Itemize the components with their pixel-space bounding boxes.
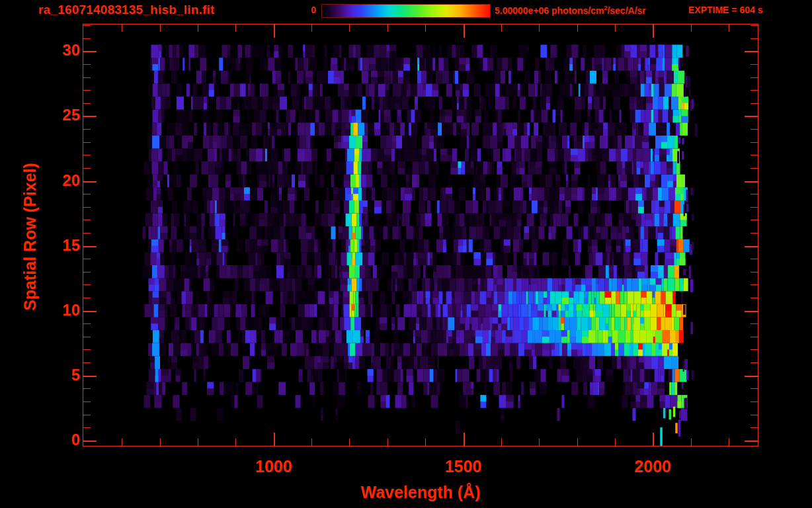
axis-tick bbox=[691, 24, 692, 32]
axis-tick bbox=[83, 298, 91, 298]
axis-tick bbox=[751, 142, 758, 143]
colorbar-max-label: 5.00000e+06 photons/cm2/sec/A/sr bbox=[495, 5, 646, 16]
axis-tick bbox=[751, 194, 758, 194]
colorbar-gradient bbox=[321, 4, 491, 18]
axis-tick bbox=[751, 427, 758, 428]
axis-tick bbox=[729, 24, 729, 32]
axis-tick bbox=[745, 246, 758, 247]
y-tick-label: 0 bbox=[71, 430, 80, 450]
axis-tick bbox=[83, 311, 97, 312]
axis-tick bbox=[235, 24, 236, 32]
axis-tick bbox=[751, 284, 758, 285]
y-tick-label: 15 bbox=[62, 235, 80, 255]
y-axis-title: Spatial Row (Pixel) bbox=[20, 163, 40, 311]
axis-tick bbox=[745, 51, 758, 52]
axis-tick bbox=[501, 24, 502, 32]
axis-tick bbox=[751, 415, 758, 415]
x-axis-title: Wavelength (Å) bbox=[360, 483, 480, 502]
axis-tick bbox=[274, 24, 275, 38]
axis-tick bbox=[83, 337, 91, 337]
axis-tick bbox=[83, 246, 97, 247]
axis-tick bbox=[751, 90, 758, 91]
colorbar-max-value: 5.00000e+06 photons/cm bbox=[495, 5, 604, 16]
axis-tick bbox=[751, 349, 758, 350]
axis-tick bbox=[653, 24, 654, 38]
axis-tick bbox=[198, 24, 198, 32]
axis-tick bbox=[349, 439, 350, 446]
axis-tick bbox=[577, 24, 578, 32]
axis-tick bbox=[653, 433, 654, 446]
axis-tick bbox=[464, 24, 465, 38]
y-tick-label: 5 bbox=[71, 365, 80, 385]
axis-tick bbox=[425, 439, 426, 446]
axis-tick bbox=[751, 272, 758, 273]
axis-tick bbox=[729, 439, 729, 446]
x-tick-label: 1000 bbox=[255, 457, 292, 476]
axis-tick bbox=[751, 207, 758, 208]
axis-tick bbox=[691, 439, 692, 446]
axis-tick bbox=[745, 311, 758, 312]
axis-tick bbox=[751, 259, 758, 259]
axis-tick bbox=[83, 155, 91, 155]
axis-tick bbox=[751, 220, 758, 220]
axis-tick bbox=[83, 272, 91, 273]
axis-tick bbox=[751, 155, 758, 155]
axis-tick bbox=[425, 24, 426, 32]
axis-tick bbox=[83, 388, 91, 389]
axis-tick bbox=[83, 38, 91, 39]
axis-tick bbox=[745, 116, 758, 117]
y-tick-label: 10 bbox=[62, 300, 80, 320]
axis-tick bbox=[83, 362, 91, 363]
x-tick-label: 2000 bbox=[634, 457, 671, 476]
axis-tick bbox=[751, 337, 758, 337]
y-tick-label: 20 bbox=[62, 171, 80, 190]
axis-tick bbox=[311, 439, 312, 446]
axis-tick bbox=[83, 402, 91, 402]
axis-tick bbox=[751, 402, 758, 402]
axis-tick bbox=[577, 439, 578, 446]
axis-tick bbox=[274, 433, 275, 446]
axis-tick bbox=[83, 90, 91, 91]
axis-tick bbox=[83, 77, 91, 78]
axis-tick bbox=[83, 168, 91, 169]
colorbar-unit-suffix: /sec/A/sr bbox=[607, 5, 645, 16]
axis-tick bbox=[83, 64, 91, 65]
axis-tick bbox=[751, 323, 758, 324]
axis-tick bbox=[615, 439, 616, 446]
y-tick-label: 30 bbox=[62, 40, 80, 60]
axis-tick bbox=[160, 439, 161, 446]
axis-tick bbox=[83, 284, 91, 285]
axis-tick bbox=[745, 376, 758, 377]
axis-tick bbox=[83, 25, 91, 26]
axis-tick bbox=[501, 439, 502, 446]
plot-box bbox=[83, 24, 758, 446]
axis-tick bbox=[745, 181, 758, 183]
axis-tick bbox=[751, 129, 758, 130]
axis-tick bbox=[83, 427, 91, 428]
axis-tick bbox=[751, 25, 758, 26]
axis-tick bbox=[745, 441, 758, 442]
axis-tick bbox=[122, 439, 122, 446]
axis-tick bbox=[83, 220, 91, 220]
axis-tick bbox=[83, 376, 97, 377]
axis-tick bbox=[751, 362, 758, 363]
axis-tick bbox=[751, 168, 758, 169]
colorbar-min-label: 0 bbox=[288, 5, 316, 15]
spectral-image-viewer: ra_160714083135_hisb_lin.fit 0 5.00000e+… bbox=[0, 0, 812, 508]
axis-tick bbox=[83, 415, 91, 415]
axis-tick bbox=[387, 24, 388, 32]
file-title: ra_160714083135_hisb_lin.fit bbox=[38, 3, 215, 17]
axis-tick bbox=[235, 439, 236, 446]
axis-tick bbox=[349, 24, 350, 32]
axis-tick bbox=[751, 298, 758, 298]
axis-tick bbox=[83, 233, 91, 233]
axis-tick bbox=[83, 181, 97, 183]
axis-tick bbox=[198, 439, 198, 446]
axis-tick bbox=[83, 194, 91, 194]
spectrogram-heatmap[interactable] bbox=[83, 24, 758, 446]
axis-tick bbox=[751, 103, 758, 104]
axis-tick bbox=[83, 441, 97, 442]
y-tick-label: 25 bbox=[62, 105, 80, 125]
axis-tick bbox=[83, 142, 91, 143]
x-tick-label: 1500 bbox=[445, 457, 482, 476]
